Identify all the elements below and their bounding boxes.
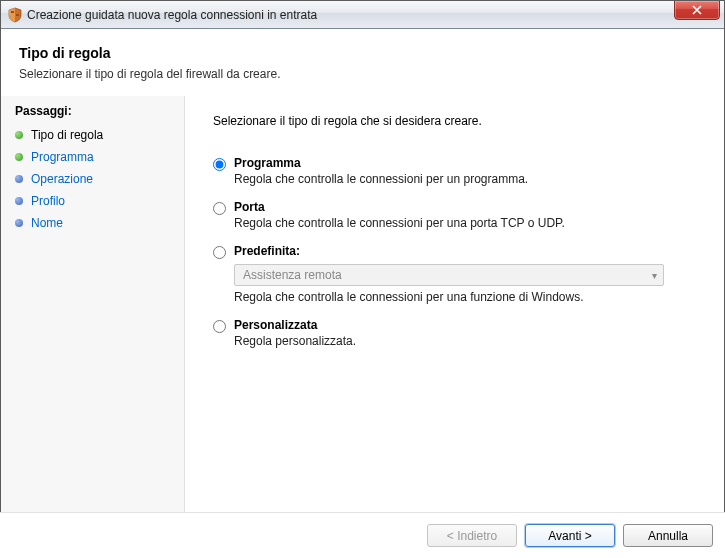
step-label[interactable]: Operazione xyxy=(31,172,93,186)
step-label: Tipo di regola xyxy=(31,128,103,142)
wizard-main: Selezionare il tipo di regola che si des… xyxy=(185,96,724,558)
svg-rect-0 xyxy=(11,11,14,13)
step-label[interactable]: Programma xyxy=(31,150,94,164)
close-icon xyxy=(692,5,702,15)
step-bullet-icon xyxy=(15,153,23,161)
combo-value: Assistenza remota xyxy=(243,268,342,282)
step-nome[interactable]: Nome xyxy=(1,212,184,234)
step-profilo[interactable]: Profilo xyxy=(1,190,184,212)
option-personalizzata[interactable]: Personalizzata Regola personalizzata. xyxy=(213,318,696,348)
page-title: Tipo di regola xyxy=(19,45,706,61)
radio-predefinita[interactable] xyxy=(213,246,226,259)
back-button[interactable]: < Indietro xyxy=(427,524,517,547)
step-tipo-di-regola[interactable]: Tipo di regola xyxy=(1,124,184,146)
option-porta[interactable]: Porta Regola che controlla le connession… xyxy=(213,200,696,230)
option-desc: Regola che controlla le connessioni per … xyxy=(234,216,696,230)
option-label: Porta xyxy=(234,200,265,214)
step-bullet-icon xyxy=(15,197,23,205)
chevron-down-icon: ▾ xyxy=(652,270,657,281)
rule-type-options: Programma Regola che controlla le connes… xyxy=(213,156,696,526)
step-label[interactable]: Nome xyxy=(31,216,63,230)
option-label: Personalizzata xyxy=(234,318,317,332)
predefinita-combo: Assistenza remota ▾ xyxy=(234,264,664,286)
step-bullet-icon xyxy=(15,175,23,183)
option-label: Programma xyxy=(234,156,301,170)
option-desc: Regola personalizzata. xyxy=(234,334,696,348)
window-title: Creazione guidata nuova regola connessio… xyxy=(27,8,317,22)
radio-programma[interactable] xyxy=(213,158,226,171)
option-label: Predefinita: xyxy=(234,244,300,258)
steps-title: Passaggi: xyxy=(1,104,184,124)
step-bullet-icon xyxy=(15,131,23,139)
radio-personalizzata[interactable] xyxy=(213,320,226,333)
wizard-header: Tipo di regola Selezionare il tipo di re… xyxy=(1,29,724,95)
close-button[interactable] xyxy=(674,0,720,20)
radio-porta[interactable] xyxy=(213,202,226,215)
titlebar: Creazione guidata nuova regola connessio… xyxy=(1,1,724,29)
option-desc: Regola che controlla le connessioni per … xyxy=(234,172,696,186)
next-button[interactable]: Avanti > xyxy=(525,524,615,547)
svg-rect-1 xyxy=(16,14,19,16)
firewall-shield-icon xyxy=(7,7,23,23)
option-desc: Regola che controlla le connessioni per … xyxy=(234,290,696,304)
page-subtitle: Selezionare il tipo di regola del firewa… xyxy=(19,67,706,81)
wizard-body: Passaggi: Tipo di regola Programma Opera… xyxy=(1,96,724,558)
wizard-footer: < Indietro Avanti > Annulla xyxy=(0,512,725,558)
step-programma[interactable]: Programma xyxy=(1,146,184,168)
steps-sidebar: Passaggi: Tipo di regola Programma Opera… xyxy=(1,96,185,558)
cancel-button[interactable]: Annulla xyxy=(623,524,713,547)
step-operazione[interactable]: Operazione xyxy=(1,168,184,190)
step-label[interactable]: Profilo xyxy=(31,194,65,208)
option-predefinita[interactable]: Predefinita: Assistenza remota ▾ Regola … xyxy=(213,244,696,304)
option-programma[interactable]: Programma Regola che controlla le connes… xyxy=(213,156,696,186)
step-bullet-icon xyxy=(15,219,23,227)
intro-text: Selezionare il tipo di regola che si des… xyxy=(213,114,696,128)
